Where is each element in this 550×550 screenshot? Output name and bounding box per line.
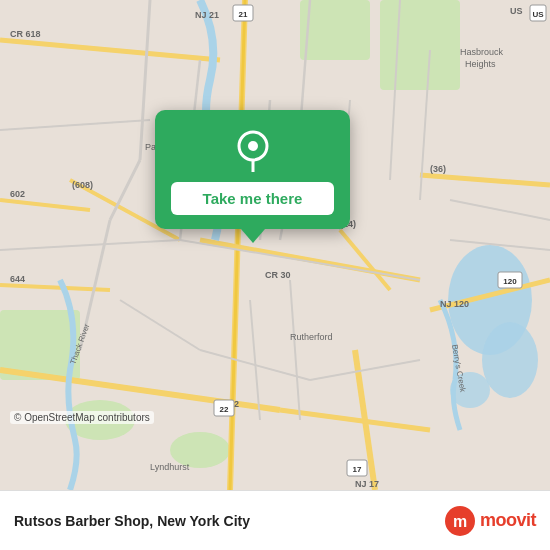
popup-card[interactable]: Take me there — [155, 110, 350, 229]
svg-text:Heights: Heights — [465, 59, 496, 69]
svg-text:120: 120 — [503, 277, 517, 286]
bottom-bar: Rutsos Barber Shop, New York City m moov… — [0, 490, 550, 550]
svg-text:m: m — [453, 513, 467, 530]
svg-text:(36): (36) — [430, 164, 446, 174]
map-container: NJ 21 CR 618 602 644 (608) (36) (14) NJ … — [0, 0, 550, 490]
svg-text:CR 618: CR 618 — [10, 29, 41, 39]
svg-point-2 — [482, 322, 538, 398]
svg-text:CR 30: CR 30 — [265, 270, 291, 280]
moovit-brand-icon: m — [444, 505, 476, 537]
svg-text:Rutherford: Rutherford — [290, 332, 333, 342]
place-name: Rutsos Barber Shop, New York City — [14, 513, 444, 529]
svg-text:(608): (608) — [72, 180, 93, 190]
svg-text:22: 22 — [220, 405, 229, 414]
svg-rect-4 — [380, 0, 460, 90]
svg-text:US: US — [532, 10, 544, 19]
svg-text:21: 21 — [239, 10, 248, 19]
moovit-logo: m moovit — [444, 505, 536, 537]
svg-text:Lyndhurst: Lyndhurst — [150, 462, 190, 472]
copyright-text: © OpenStreetMap contributors — [10, 411, 154, 424]
location-pin-icon — [231, 128, 275, 172]
svg-text:NJ 21: NJ 21 — [195, 10, 219, 20]
svg-text:644: 644 — [10, 274, 25, 284]
svg-point-72 — [248, 141, 258, 151]
svg-text:US: US — [510, 6, 523, 16]
svg-text:NJ 17: NJ 17 — [355, 479, 379, 489]
svg-text:Hasbrouck: Hasbrouck — [460, 47, 504, 57]
svg-text:17: 17 — [353, 465, 362, 474]
moovit-text: moovit — [480, 510, 536, 531]
svg-text:NJ 120: NJ 120 — [440, 299, 469, 309]
svg-text:602: 602 — [10, 189, 25, 199]
take-me-there-button[interactable]: Take me there — [171, 182, 334, 215]
